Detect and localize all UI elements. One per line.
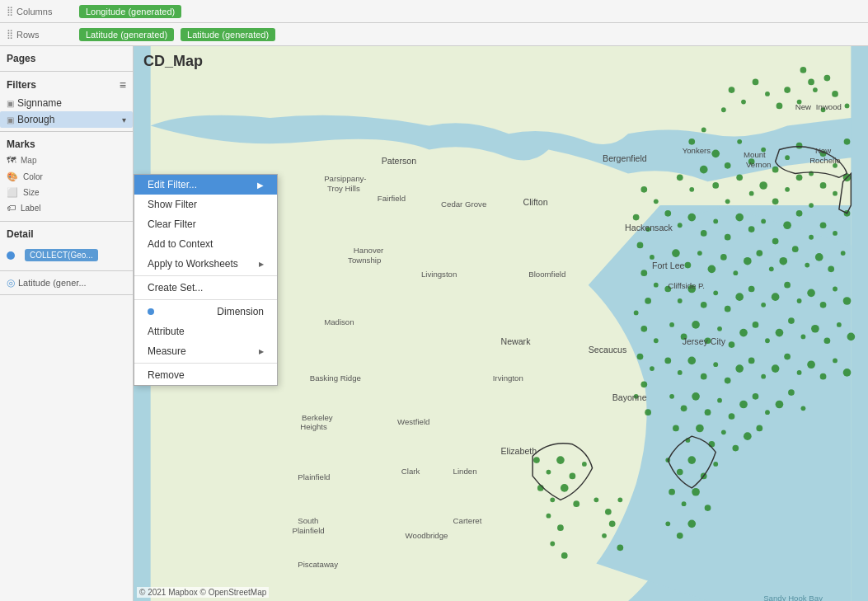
svg-point-112: [701, 373, 707, 380]
svg-text:Inwood: Inwood: [816, 102, 842, 111]
svg-point-182: [640, 270, 647, 276]
svg-point-77: [664, 286, 671, 293]
menu-item-attribute[interactable]: Attribute: [134, 322, 277, 341]
svg-text:Newark: Newark: [501, 336, 532, 346]
svg-text:Berkeley: Berkeley: [302, 413, 333, 422]
separator-3: [134, 363, 277, 364]
svg-point-8: [784, 87, 791, 93]
svg-point-126: [681, 405, 687, 411]
menu-item-clear-filter[interactable]: Clear Filter: [134, 214, 277, 234]
svg-point-61: [844, 210, 851, 217]
svg-point-124: [843, 369, 852, 377]
latitude-item[interactable]: ◎ Latitude (gener...: [0, 275, 133, 291]
menu-item-dimension[interactable]: Dimension: [134, 302, 277, 322]
svg-point-4: [753, 79, 759, 86]
svg-point-162: [537, 485, 544, 491]
svg-point-125: [669, 394, 674, 399]
main-layout: Pages Filters ≡ ▣ Signname ▣ Borough: [0, 46, 868, 601]
menu-item-show-filter[interactable]: Show Filter: [134, 195, 277, 214]
detail-header: Detail: [0, 225, 133, 243]
mark-color[interactable]: 🎨 Color: [0, 170, 133, 184]
svg-point-35: [725, 199, 730, 204]
svg-point-176: [640, 186, 647, 193]
svg-point-38: [759, 181, 767, 190]
svg-point-155: [677, 533, 683, 539]
svg-point-185: [634, 311, 639, 316]
svg-point-29: [833, 163, 838, 168]
svg-point-156: [687, 520, 696, 528]
svg-point-140: [709, 441, 716, 448]
svg-point-53: [748, 226, 755, 232]
menu-item-apply-worksheets[interactable]: Apply to Worksheets ▶: [134, 254, 277, 274]
filter-borough-arrow[interactable]: ▾: [122, 115, 126, 124]
svg-point-177: [654, 199, 659, 204]
filter-borough[interactable]: ▣ Borough ▾: [0, 111, 133, 128]
svg-point-151: [682, 501, 687, 506]
mark-label[interactable]: 🏷 Label: [0, 201, 133, 214]
svg-point-12: [832, 91, 838, 97]
svg-text:South: South: [298, 516, 318, 525]
svg-point-66: [720, 254, 727, 261]
svg-point-147: [687, 456, 696, 464]
latitude-icon: ◎: [7, 277, 15, 289]
svg-point-132: [753, 393, 759, 400]
svg-point-3: [741, 100, 746, 105]
svg-text:Hackensack: Hackensack: [625, 223, 673, 232]
svg-point-110: [678, 370, 683, 375]
svg-point-59: [820, 222, 827, 228]
svg-point-191: [634, 394, 639, 399]
svg-text:Parsippany-: Parsippany-: [324, 174, 366, 183]
svg-text:Westfield: Westfield: [397, 417, 429, 426]
svg-point-65: [708, 265, 716, 274]
svg-text:Heights: Heights: [300, 422, 327, 431]
svg-text:Elizabeth: Elizabeth: [501, 446, 537, 456]
svg-text:Paterson: Paterson: [382, 156, 417, 166]
rows-pill-1[interactable]: Latitude (generated): [79, 28, 174, 41]
svg-point-117: [761, 374, 766, 379]
filters-menu-icon[interactable]: ≡: [120, 78, 126, 92]
columns-pill[interactable]: Longitude (generated): [79, 5, 181, 18]
svg-point-6: [777, 103, 783, 110]
menu-item-edit-filter[interactable]: Edit Filter... ▶: [134, 175, 277, 195]
svg-point-82: [725, 306, 731, 312]
svg-text:Fort Lee: Fort Lee: [652, 261, 685, 270]
color-icon: 🎨: [7, 171, 18, 182]
svg-point-158: [547, 470, 551, 475]
collect-item[interactable]: COLLECT(Geo...: [0, 243, 133, 267]
svg-point-23: [761, 148, 766, 153]
menu-item-add-context[interactable]: Add to Context: [134, 234, 277, 254]
filter-signname[interactable]: ▣ Signname: [0, 95, 133, 111]
svg-point-142: [732, 445, 739, 452]
mark-type-item[interactable]: 🗺 Map: [0, 153, 133, 167]
svg-text:Mount: Mount: [744, 150, 766, 159]
svg-point-145: [665, 458, 670, 462]
svg-point-55: [772, 238, 779, 245]
svg-point-159: [556, 456, 565, 464]
marks-section: Marks 🗺 Map 🎨 Color ⬜ Size: [0, 132, 133, 222]
mark-size[interactable]: ⬜ Size: [0, 185, 133, 200]
svg-point-75: [828, 265, 834, 272]
rows-pill-2[interactable]: Latitude (generated): [181, 28, 275, 41]
svg-point-135: [788, 389, 795, 396]
menu-item-measure[interactable]: Measure ▶: [134, 341, 277, 361]
svg-text:Linden: Linden: [453, 467, 477, 476]
svg-text:Basking Ridge: Basking Ridge: [310, 373, 361, 383]
menu-item-remove[interactable]: Remove: [134, 365, 277, 385]
svg-point-92: [843, 297, 852, 305]
svg-text:Secaucus: Secaucus: [589, 345, 627, 354]
svg-text:Bergenfield: Bergenfield: [603, 153, 647, 163]
svg-point-21: [737, 139, 742, 144]
svg-point-107: [837, 322, 842, 327]
svg-point-24: [772, 167, 779, 173]
filters-header: Filters ≡: [0, 75, 133, 95]
rows-label: ⣿ Rows: [7, 29, 73, 40]
menu-item-create-set[interactable]: Create Set...: [134, 278, 277, 298]
svg-point-54: [761, 219, 766, 224]
columns-shelf: ⣿ Columns Longitude (generated): [0, 0, 868, 23]
svg-text:Vernon: Vernon: [746, 160, 772, 169]
svg-point-30: [844, 139, 851, 145]
svg-point-45: [843, 173, 852, 181]
collect-button[interactable]: COLLECT(Geo...: [25, 249, 98, 261]
svg-point-97: [717, 326, 722, 331]
svg-text:Fairfield: Fairfield: [378, 194, 406, 203]
